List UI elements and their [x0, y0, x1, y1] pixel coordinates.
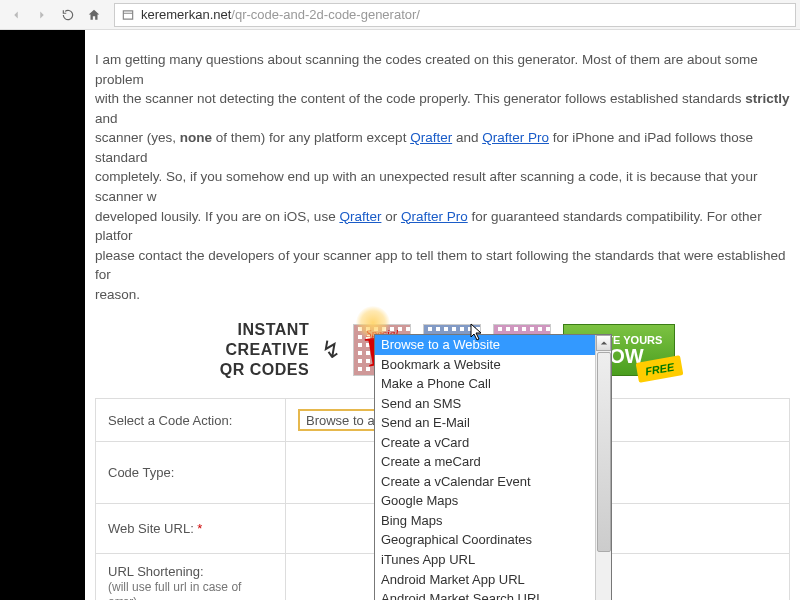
- banner-line: QR CODES: [220, 361, 309, 378]
- scroll-thumb[interactable]: [597, 352, 611, 552]
- dropdown-option[interactable]: iTunes App URL: [375, 550, 611, 570]
- link-qrafter-pro[interactable]: Qrafter Pro: [401, 209, 468, 224]
- forward-button[interactable]: [30, 3, 54, 27]
- link-qrafter[interactable]: Qrafter: [339, 209, 381, 224]
- label-url-shortening: URL Shortening:(will use full url in cas…: [96, 554, 286, 600]
- back-button[interactable]: [4, 3, 28, 27]
- intro-text: I am getting many questions about scanni…: [95, 52, 758, 87]
- intro-paragraph: I am getting many questions about scanni…: [95, 50, 800, 304]
- intro-text: please contact the developers of your sc…: [95, 248, 785, 283]
- dropdown-list: Browse to a WebsiteBookmark a WebsiteMak…: [375, 335, 611, 600]
- dropdown-option[interactable]: Browse to a Website: [375, 335, 611, 355]
- code-action-dropdown: Browse to a WebsiteBookmark a WebsiteMak…: [374, 334, 612, 600]
- banner-text: INSTANT CREATIVE QR CODES: [220, 320, 309, 380]
- scroll-up-button[interactable]: [596, 335, 611, 351]
- intro-text: or: [381, 209, 401, 224]
- reload-button[interactable]: [56, 3, 80, 27]
- dropdown-option[interactable]: Android Market Search URL: [375, 589, 611, 600]
- dropdown-option[interactable]: Android Market App URL: [375, 570, 611, 590]
- dropdown-option[interactable]: Send an E-Mail: [375, 413, 611, 433]
- required-marker: *: [197, 521, 202, 536]
- home-button[interactable]: [82, 3, 106, 27]
- link-qrafter[interactable]: Qrafter: [410, 130, 452, 145]
- dropdown-option[interactable]: Create a meCard: [375, 452, 611, 472]
- intro-text: scanner (yes,: [95, 130, 180, 145]
- url-path: /qr-code-and-2d-code-generator/: [231, 7, 420, 22]
- intro-text: reason.: [95, 287, 140, 302]
- dropdown-option[interactable]: Create a vCard: [375, 433, 611, 453]
- link-qrafter-pro[interactable]: Qrafter Pro: [482, 130, 549, 145]
- dropdown-option[interactable]: Send an SMS: [375, 394, 611, 414]
- dropdown-option[interactable]: Create a vCalendar Event: [375, 472, 611, 492]
- intro-text: with the scanner not detecting the conte…: [95, 91, 745, 106]
- intro-text: developed lousily. If you are on iOS, us…: [95, 209, 339, 224]
- intro-bold: strictly: [745, 91, 789, 106]
- dropdown-scrollbar[interactable]: [595, 335, 611, 600]
- label-website-url: Web Site URL: *: [96, 504, 286, 554]
- dropdown-option[interactable]: Geographical Coordinates: [375, 530, 611, 550]
- label-sub: (will use full url in case of error): [108, 580, 241, 600]
- label-text: URL Shortening:: [108, 564, 204, 579]
- intro-text: of them) for any platform except: [212, 130, 410, 145]
- left-sidebar: [0, 30, 85, 600]
- label-code-type: Code Type:: [96, 442, 286, 504]
- main-content: I am getting many questions about scanni…: [85, 30, 800, 600]
- dropdown-option[interactable]: Make a Phone Call: [375, 374, 611, 394]
- intro-text: and: [95, 111, 118, 126]
- intro-text: completely. So, if you somehow end up wi…: [95, 169, 757, 204]
- label-code-action: Select a Code Action:: [96, 399, 286, 442]
- browser-toolbar: keremerkan.net/qr-code-and-2d-code-gener…: [0, 0, 800, 30]
- banner-line: INSTANT: [238, 321, 310, 338]
- arrow-icon: ↯: [321, 336, 341, 364]
- intro-bold: none: [180, 130, 212, 145]
- url-bar[interactable]: keremerkan.net/qr-code-and-2d-code-gener…: [114, 3, 796, 27]
- intro-text: and: [452, 130, 482, 145]
- url-host: keremerkan.net: [141, 7, 231, 22]
- dropdown-option[interactable]: Bookmark a Website: [375, 355, 611, 375]
- banner-line: CREATIVE: [225, 341, 309, 358]
- label-text: Web Site URL:: [108, 521, 197, 536]
- dropdown-option[interactable]: Google Maps: [375, 491, 611, 511]
- dropdown-option[interactable]: Bing Maps: [375, 511, 611, 531]
